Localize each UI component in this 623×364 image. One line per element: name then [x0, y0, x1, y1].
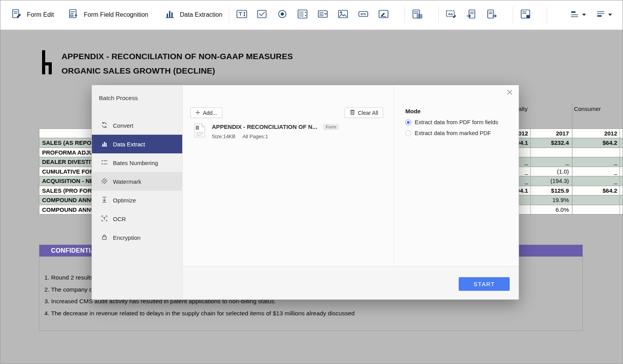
sidebar-item-watermark[interactable]: Watermark: [92, 172, 182, 191]
list-box-icon: [297, 8, 308, 21]
push-button-button[interactable]: BTN: [357, 8, 369, 21]
document-heading-1: APPENDIX - RECONCILIATION OF NON-GAAP ME…: [62, 52, 293, 61]
chevron-down-icon: [608, 14, 612, 16]
table-cell-value: $64.2: [572, 186, 620, 196]
toolbar-separator: [547, 7, 547, 23]
data-extraction-label: Data Extraction: [180, 11, 222, 18]
combo-box-button[interactable]: [317, 8, 329, 21]
convert-icon: [101, 121, 108, 130]
mode-option-form-fields[interactable]: Extract data from PDF form fields: [405, 119, 498, 125]
sidebar-item-data-extract[interactable]: Data Extract: [92, 135, 182, 153]
radio-selected-icon[interactable]: [405, 120, 411, 125]
sidebar-list: Convert Data Extract Bates Numbering Wat…: [92, 116, 182, 247]
page-template-button[interactable]: [520, 8, 531, 21]
sidebar-item-label: Watermark: [113, 178, 141, 185]
file-size: Size:14KB: [212, 134, 236, 139]
close-icon: [507, 90, 512, 95]
toolbar-separator: [513, 7, 513, 23]
sidebar-item-label: Convert: [113, 122, 134, 129]
form-data-icon: [412, 8, 423, 21]
watermark-icon: [101, 178, 108, 186]
export-form-data-icon: [486, 8, 498, 21]
check-box-button[interactable]: [256, 8, 268, 21]
export-form-data-button[interactable]: [486, 8, 498, 21]
table-cell-value: _: [572, 176, 620, 186]
panel-divider: [394, 85, 394, 266]
push-button-icon: BTN: [357, 8, 369, 21]
form-edit-label: Form Edit: [27, 11, 54, 18]
list-box-button[interactable]: [297, 8, 308, 21]
aa-text-field-icon: Aa: [445, 8, 457, 21]
text-field-button[interactable]: [236, 8, 248, 21]
toolbar-separator: [229, 7, 229, 23]
optimize-icon: [101, 196, 108, 204]
toolbar: Form Edit Form Field Recognition Data Ex…: [0, 0, 623, 30]
brand-logo: [40, 49, 53, 77]
arrange-fields-dropdown[interactable]: [570, 9, 586, 20]
file-type-badge: Form: [323, 124, 339, 130]
svg-text:Aa: Aa: [448, 11, 453, 16]
table-cell-value: (1.0): [531, 167, 572, 177]
svg-text:BTN: BTN: [361, 12, 366, 15]
form-edit-button[interactable]: Form Edit: [11, 8, 54, 21]
sidebar-item-ocr[interactable]: OCR: [92, 209, 182, 228]
toolbar-separator: [438, 7, 439, 23]
signature-field-icon: [378, 8, 389, 21]
sidebar-item-label: Data Extract: [113, 141, 145, 148]
table-cell-value: _: [572, 167, 620, 177]
data-extraction-button[interactable]: Data Extraction: [164, 8, 222, 21]
table-cell-value: $125.9: [531, 186, 572, 196]
sidebar-item-label: OCR: [113, 216, 126, 222]
form-data-button[interactable]: [412, 8, 423, 21]
dialog-close-button[interactable]: [506, 88, 514, 96]
table-cell-value: _: [572, 157, 620, 167]
page-template-icon: [520, 8, 531, 21]
order-fields-dropdown[interactable]: [596, 9, 612, 20]
mode-panel: Mode Extract data from PDF form fields E…: [405, 108, 498, 136]
signature-field-button[interactable]: [378, 8, 389, 21]
import-form-data-button[interactable]: [466, 8, 477, 21]
dialog-sidebar: Batch Process Convert Data Extract Bates…: [92, 85, 183, 299]
clear-all-label: Clear All: [358, 110, 378, 116]
file-list-item[interactable]: APPENDIX - RECONCILIATION OF N... Form S…: [194, 123, 339, 139]
arrange-fields-icon: [570, 9, 579, 20]
table-cell-value: 6.0%: [531, 205, 572, 215]
radio-unselected-icon[interactable]: [405, 130, 411, 136]
image-field-button[interactable]: [337, 8, 349, 21]
order-fields-icon: [596, 9, 605, 20]
table-cell-value: [572, 195, 620, 205]
aa-text-field-button[interactable]: Aa: [445, 8, 457, 21]
batch-process-dialog: Batch Process Convert Data Extract Bates…: [92, 85, 519, 300]
add-file-button[interactable]: Add...: [190, 107, 222, 118]
data-extract-icon: [101, 140, 108, 148]
check-box-icon: [256, 8, 268, 21]
note-item: 4. The decrease in revenue related to de…: [44, 309, 355, 317]
clear-all-button[interactable]: Clear All: [345, 107, 383, 118]
mode-option-marked-pdf[interactable]: Extract data from marked PDF: [405, 130, 498, 136]
table-cell-value: [572, 148, 620, 158]
sidebar-item-optimize[interactable]: Optimize: [92, 191, 182, 209]
sidebar-item-label: Optimize: [113, 197, 136, 204]
chevron-down-icon: [582, 14, 586, 16]
form-field-recognition-button[interactable]: Form Field Recognition: [68, 8, 148, 21]
radio-button-button[interactable]: [276, 8, 288, 21]
table-year-header: 2012: [572, 128, 620, 138]
sidebar-item-bates-numbering[interactable]: Bates Numbering: [92, 153, 182, 172]
table-year-header: 2017: [531, 128, 572, 138]
image-field-icon: [337, 8, 349, 21]
radio-button-icon: [276, 8, 288, 21]
toolbar-separator: [405, 7, 405, 23]
text-field-icon: [236, 8, 248, 21]
sidebar-item-convert[interactable]: Convert: [92, 116, 182, 135]
table-year-header: [620, 128, 623, 138]
form-file-icon: [194, 123, 205, 139]
plus-icon: [195, 110, 200, 116]
mode-option-label: Extract data from PDF form fields: [415, 119, 498, 125]
add-button-label: Add...: [203, 110, 217, 116]
trash-icon: [350, 109, 355, 116]
table-cell-value: 19.9%: [531, 195, 572, 205]
start-button[interactable]: START: [459, 277, 510, 291]
form-field-recognition-icon: [68, 8, 79, 21]
dialog-title: Batch Process: [99, 95, 138, 102]
sidebar-item-encryption[interactable]: Encryption: [92, 228, 182, 247]
